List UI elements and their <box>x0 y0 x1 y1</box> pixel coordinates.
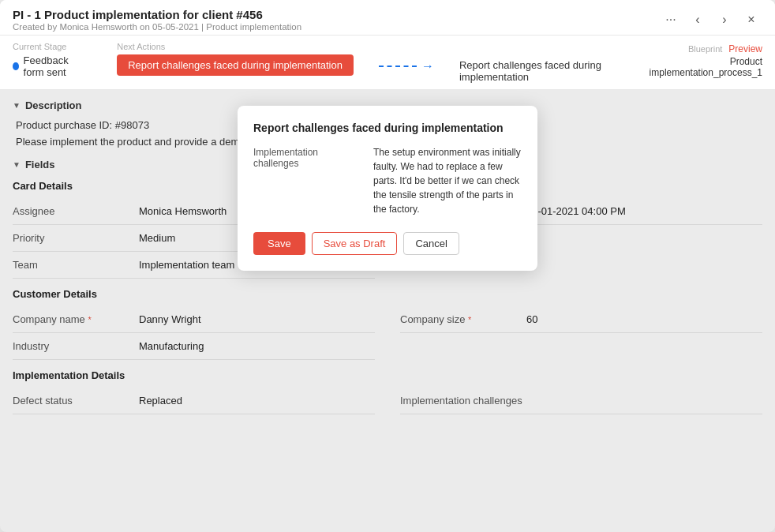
popup-actions: Save Save as Draft Cancel <box>253 232 522 255</box>
current-stage-value: Feedback form sent <box>13 54 92 78</box>
prev-button[interactable]: ‹ <box>687 9 709 31</box>
current-stage-section: Current Stage Feedback form sent <box>13 42 92 78</box>
popup-title: Report challenges faced during implement… <box>253 122 522 134</box>
blueprint-section: Blueprint Preview Product implementation… <box>649 42 762 78</box>
popup-overlay: Report challenges faced during implement… <box>0 90 775 532</box>
popup-save-draft-button[interactable]: Save as Draft <box>312 232 398 255</box>
current-stage-label: Current Stage <box>13 42 92 51</box>
blueprint-label: Blueprint <box>688 44 722 54</box>
next-actions-label: Next Actions <box>117 42 354 51</box>
popup-field-label: Implementation challenges <box>253 145 364 216</box>
preview-link[interactable]: Preview <box>728 43 762 54</box>
report-challenges-button[interactable]: Report challenges faced during implement… <box>117 54 354 76</box>
current-stage-text: Feedback form sent <box>24 54 92 78</box>
close-button[interactable]: × <box>740 9 762 31</box>
next-actions-section: Next Actions Report challenges faced dur… <box>117 42 354 76</box>
window-title: PI - 1 Product implementation for client… <box>13 8 301 21</box>
arrow-head-icon: → <box>421 59 434 73</box>
dashed-arrow-icon <box>379 66 417 67</box>
blueprint-value: Product implementation_process_1 <box>649 56 762 78</box>
main-content: ▼ Description Product purchase ID: #9807… <box>0 90 775 532</box>
title-actions: ··· ‹ › × <box>660 9 762 31</box>
stage-bar: Current Stage Feedback form sent Next Ac… <box>0 36 775 90</box>
popup-save-button[interactable]: Save <box>253 232 305 255</box>
next-button[interactable]: › <box>713 9 736 31</box>
stage-dot-icon <box>13 62 19 70</box>
title-left: PI - 1 Product implementation for client… <box>13 8 301 32</box>
arrow-area: → <box>379 42 434 73</box>
report-label: Report challenges faced during implement… <box>459 42 623 83</box>
popup: Report challenges faced during implement… <box>238 106 537 271</box>
popup-cancel-button[interactable]: Cancel <box>403 232 459 255</box>
title-bar: PI - 1 Product implementation for client… <box>0 0 775 36</box>
popup-field-row: Implementation challenges The setup envi… <box>253 145 522 216</box>
window-subtitle: Created by Monica Hemsworth on 05-05-202… <box>13 22 301 32</box>
more-button[interactable]: ··· <box>660 9 682 31</box>
main-window: PI - 1 Product implementation for client… <box>0 0 775 532</box>
popup-field-value: The setup environment was initially faul… <box>373 145 522 216</box>
arrow-line: → <box>379 59 434 73</box>
